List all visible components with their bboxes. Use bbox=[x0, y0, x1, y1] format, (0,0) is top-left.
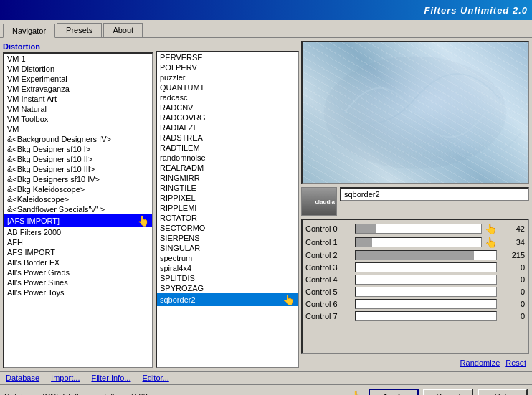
control-slider[interactable] bbox=[355, 299, 497, 309]
app-title: Filters Unlimited 2.0 bbox=[424, 5, 528, 16]
control-label: Control 0 bbox=[305, 224, 352, 233]
bottom-right: 👆 Apply Cancel Help bbox=[350, 389, 528, 396]
control-value: 0 bbox=[500, 275, 525, 284]
tab-presets[interactable]: Presets bbox=[57, 23, 102, 37]
cancel-button[interactable]: Cancel bbox=[423, 389, 473, 396]
editor-link[interactable]: Editor... bbox=[142, 373, 168, 382]
category-item[interactable]: [AFS IMPORT] 👆 bbox=[4, 214, 152, 227]
category-item[interactable]: &<Bkg Designers sf10 IV> bbox=[4, 174, 152, 184]
filter-item[interactable]: spectrum bbox=[157, 253, 298, 263]
category-item[interactable]: All's Border FX bbox=[4, 257, 152, 267]
filter-item[interactable]: sqborder2 👆 bbox=[157, 293, 298, 306]
panels-row: Distortion VM 1VM DistortionVM Experimen… bbox=[0, 38, 532, 371]
apply-button[interactable]: Apply bbox=[369, 389, 419, 396]
control-slider[interactable] bbox=[355, 250, 497, 260]
filter-item[interactable]: RIPPLEMI bbox=[157, 203, 298, 213]
filter-item[interactable]: REALRADM bbox=[157, 163, 298, 173]
category-item[interactable]: &<Bkg Kaleidoscope> bbox=[4, 184, 152, 194]
control-slider[interactable] bbox=[355, 262, 497, 272]
control-value: 0 bbox=[500, 263, 525, 272]
right-panel: claudia sqborder2 Control 0👆42Control 1👆… bbox=[301, 41, 529, 368]
category-item[interactable]: VM Extravaganza bbox=[4, 84, 152, 94]
control-row: Control 30 bbox=[305, 262, 525, 272]
filter-item[interactable]: randomnoise bbox=[157, 153, 298, 163]
filter-item[interactable]: RADCNV bbox=[157, 103, 298, 113]
control-slider[interactable] bbox=[355, 275, 497, 285]
filter-item[interactable]: RIPPIXEL bbox=[157, 193, 298, 203]
randomize-button[interactable]: Randomize bbox=[460, 358, 500, 367]
control-slider[interactable] bbox=[355, 287, 497, 297]
filter-item[interactable]: RADIALZI bbox=[157, 123, 298, 133]
category-list-container: VM 1VM DistortionVM ExperimentalVM Extra… bbox=[3, 52, 153, 368]
filter-info-link[interactable]: Filter Info... bbox=[91, 373, 130, 382]
hand-pointer-icon: 👆 bbox=[350, 390, 364, 396]
category-list-scroll[interactable]: VM 1VM DistortionVM ExperimentalVM Extra… bbox=[4, 54, 152, 367]
filter-item[interactable]: QUANTUMT bbox=[157, 82, 298, 92]
control-slider[interactable] bbox=[355, 311, 497, 321]
main-layout: Distortion VM 1VM DistortionVM Experimen… bbox=[0, 38, 532, 371]
category-item[interactable]: &<Bkg Designer sf10 I> bbox=[4, 144, 152, 154]
control-label: Control 1 bbox=[305, 238, 352, 247]
category-item[interactable]: VM Distortion bbox=[4, 64, 152, 74]
filter-item[interactable]: SINGULAR bbox=[157, 243, 298, 253]
filter-item[interactable]: SPYROZAG bbox=[157, 283, 298, 293]
category-item[interactable]: AB Filters 2000 bbox=[4, 227, 152, 237]
filter-item[interactable]: POLPERV bbox=[157, 62, 298, 72]
database-link[interactable]: Database bbox=[6, 373, 39, 382]
help-button[interactable]: Help bbox=[478, 389, 528, 396]
category-item[interactable]: All's Power Toys bbox=[4, 287, 152, 298]
category-item[interactable]: AFS IMPORT bbox=[4, 247, 152, 257]
filter-item[interactable]: PERVERSE bbox=[157, 52, 298, 62]
filter-item[interactable]: SPLITDIS bbox=[157, 273, 298, 283]
category-item[interactable]: All's Power Sines bbox=[4, 277, 152, 287]
reset-button[interactable]: Reset bbox=[505, 358, 526, 367]
control-slider[interactable] bbox=[355, 237, 482, 247]
category-item[interactable]: VM Toolbox bbox=[4, 114, 152, 124]
filter-item[interactable]: RADSTREA bbox=[157, 133, 298, 143]
tab-about[interactable]: About bbox=[103, 23, 143, 37]
control-value: 42 bbox=[500, 224, 525, 233]
filter-item[interactable]: RINGTILE bbox=[157, 183, 298, 193]
filter-info-area: claudia sqborder2 bbox=[301, 187, 529, 216]
category-item[interactable]: All's Power Grads bbox=[4, 267, 152, 277]
control-value: 0 bbox=[500, 287, 525, 296]
filter-item[interactable]: radcasc bbox=[157, 92, 298, 103]
control-label: Control 3 bbox=[305, 263, 352, 272]
category-item[interactable]: VM Instant Art bbox=[4, 94, 152, 104]
category-item[interactable]: VM bbox=[4, 124, 152, 134]
filter-item[interactable]: RADCOVRG bbox=[157, 113, 298, 123]
tab-navigator[interactable]: Navigator bbox=[3, 24, 55, 38]
tab-bar: Navigator Presets About bbox=[0, 20, 532, 38]
category-item[interactable]: VM 1 bbox=[4, 54, 152, 64]
import-link[interactable]: Import... bbox=[51, 373, 80, 382]
control-label: Control 2 bbox=[305, 251, 352, 260]
hand-pointer-icon: 👆 bbox=[137, 215, 149, 227]
control-label: Control 6 bbox=[305, 300, 352, 308]
control-slider[interactable] bbox=[355, 224, 482, 234]
filter-item[interactable]: RINGMIRR bbox=[157, 173, 298, 183]
status-filters: Filters: 4593 bbox=[104, 392, 148, 395]
left-panel: Distortion VM 1VM DistortionVM Experimen… bbox=[3, 41, 153, 368]
category-item[interactable]: VM Natural bbox=[4, 104, 152, 114]
filter-item[interactable]: spiral4x4 bbox=[157, 263, 298, 273]
filter-list-scroll[interactable]: PERVERSEPOLPERVpuzzlerQUANTUMTradcascRAD… bbox=[157, 52, 298, 367]
category-item[interactable]: AFH bbox=[4, 237, 152, 247]
category-item[interactable]: &<Sandflower Specials"v" > bbox=[4, 204, 152, 214]
filter-item[interactable]: puzzler bbox=[157, 72, 298, 82]
category-item[interactable]: &<Background Designers IV> bbox=[4, 134, 152, 144]
filter-item[interactable]: RADTILEM bbox=[157, 143, 298, 153]
hand-pointer-icon: 👆 bbox=[485, 237, 497, 248]
category-item[interactable]: VM Experimental bbox=[4, 74, 152, 84]
category-item[interactable]: &<Kaleidoscope> bbox=[4, 194, 152, 204]
control-row: Control 70 bbox=[305, 311, 525, 321]
category-label: Distortion bbox=[3, 41, 153, 52]
category-item[interactable]: &<Bkg Designer sf10 II> bbox=[4, 154, 152, 164]
filter-item[interactable]: SECTORMO bbox=[157, 223, 298, 233]
preview-area bbox=[301, 41, 529, 184]
middle-panel: PERVERSEPOLPERVpuzzlerQUANTUMTradcascRAD… bbox=[156, 41, 299, 368]
filter-item[interactable]: SIERPENS bbox=[157, 233, 298, 243]
category-item[interactable]: &<Bkg Designer sf10 III> bbox=[4, 164, 152, 174]
control-label: Control 7 bbox=[305, 312, 352, 320]
filter-item[interactable]: ROTATOR bbox=[157, 213, 298, 223]
control-row: Control 60 bbox=[305, 299, 525, 309]
